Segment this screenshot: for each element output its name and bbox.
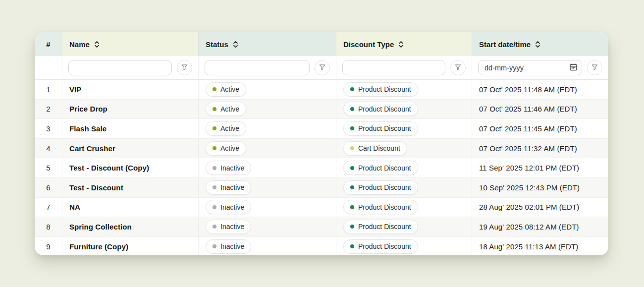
table-header-row: # Name Status Discount Type Start date/t… — [35, 32, 608, 56]
discount-type-badge: Product Discount — [343, 121, 418, 136]
column-header-label: Name — [69, 40, 90, 49]
discount-type-badge: Product Discount — [343, 200, 418, 214]
discount-type-cell: Product Discount — [336, 217, 472, 236]
row-index: 2 — [35, 100, 62, 119]
discount-type-label: Product Discount — [358, 164, 411, 172]
filter-cell-name — [62, 56, 198, 79]
discount-type-cell: Cart Discount — [336, 139, 472, 158]
start-datetime: 07 Oct' 2025 11:46 AM (EDT) — [472, 100, 608, 119]
discount-type-label: Cart Discount — [358, 144, 400, 152]
status-dot-icon — [213, 87, 216, 91]
start-datetime: 07 Oct' 2025 11:48 AM (EDT) — [472, 80, 608, 99]
funnel-icon — [454, 63, 462, 72]
discount-type-badge: Product Discount — [343, 102, 418, 116]
discount-dot-icon — [350, 146, 354, 150]
discount-dot-icon — [350, 205, 354, 209]
table-row[interactable]: 8 Spring Collection Inactive Product Dis… — [35, 217, 608, 236]
status-dot-icon — [213, 185, 216, 189]
status-cell: Inactive — [198, 178, 336, 197]
name-filter-funnel-button[interactable] — [177, 60, 192, 75]
discount-name: NA — [62, 198, 198, 217]
status-badge: Active — [206, 82, 246, 97]
date-filter-funnel-button[interactable] — [587, 60, 602, 75]
discount-type-label: Product Discount — [358, 105, 411, 113]
date-filter-input[interactable] — [483, 63, 566, 72]
discounts-table-card: # Name Status Discount Type Start date/t… — [35, 32, 608, 255]
table-row[interactable]: 1 VIP Active Product Discount 07 Oct' 20… — [35, 80, 608, 99]
status-filter-funnel-button[interactable] — [315, 60, 330, 75]
sort-icon — [233, 41, 238, 48]
table-row[interactable]: 4 Cart Crusher Active Cart Discount 07 O… — [35, 138, 608, 158]
filter-cell-index — [35, 56, 62, 79]
row-index: 7 — [35, 198, 62, 217]
status-label: Inactive — [220, 242, 244, 250]
column-header-name[interactable]: Name — [62, 32, 198, 56]
column-header-status[interactable]: Status — [198, 32, 336, 56]
status-badge: Active — [206, 141, 246, 156]
discount-name: Furniture (Copy) — [62, 237, 198, 255]
sort-icon — [94, 41, 100, 48]
status-dot-icon — [213, 225, 216, 229]
table-row[interactable]: 5 Test - Discount (Copy) Inactive Produc… — [35, 158, 608, 177]
discount-name: Test - Discount — [62, 178, 198, 197]
page: { "page": { "background_color": "#ECEEE1… — [0, 0, 644, 287]
discount-dot-icon — [350, 225, 354, 229]
status-filter-input[interactable] — [205, 60, 310, 75]
row-index: 4 — [35, 139, 62, 158]
start-datetime: 18 Aug' 2025 11:13 AM (EDT) — [472, 237, 608, 255]
column-header-discount-type[interactable]: Discount Type — [336, 32, 472, 56]
column-header-start-datetime[interactable]: Start date/time — [472, 32, 608, 56]
status-cell: Inactive — [198, 237, 336, 255]
discount-type-label: Product Discount — [358, 183, 411, 191]
funnel-icon — [591, 63, 598, 72]
column-header-label: Status — [206, 40, 228, 49]
discount-type-badge: Cart Discount — [343, 141, 407, 156]
table-row[interactable]: 9 Furniture (Copy) Inactive Product Disc… — [35, 236, 608, 255]
filter-cell-start-datetime — [472, 56, 608, 79]
status-dot-icon — [213, 107, 216, 111]
discount-type-cell: Product Discount — [336, 237, 472, 255]
discount-name: Test - Discount (Copy) — [62, 158, 198, 177]
status-label: Active — [220, 85, 239, 93]
discount-type-label: Product Discount — [358, 203, 411, 211]
start-datetime: 07 Oct' 2025 11:45 AM (EDT) — [472, 119, 608, 138]
status-badge: Inactive — [206, 239, 251, 254]
status-badge: Inactive — [206, 180, 251, 195]
status-badge: Active — [206, 102, 246, 116]
column-header-label: Start date/time — [479, 40, 531, 49]
status-cell: Active — [198, 100, 336, 119]
name-filter-input[interactable] — [68, 60, 172, 75]
status-dot-icon — [213, 244, 216, 248]
discount-type-filter-input[interactable] — [342, 60, 445, 75]
status-label: Inactive — [220, 183, 244, 191]
discount-type-cell: Product Discount — [336, 100, 472, 119]
discount-type-badge: Product Discount — [343, 239, 418, 254]
status-label: Active — [220, 144, 239, 152]
column-header-label: Discount Type — [343, 40, 394, 49]
calendar-icon — [569, 63, 578, 73]
discount-type-cell: Product Discount — [336, 158, 472, 177]
table-row[interactable]: 6 Test - Discount Inactive Product Disco… — [35, 177, 608, 197]
status-badge: Inactive — [206, 161, 251, 175]
discount-type-label: Product Discount — [358, 124, 411, 132]
start-datetime: 19 Aug' 2025 08:12 AM (EDT) — [472, 217, 608, 236]
discount-name: Cart Crusher — [62, 139, 198, 158]
table-row[interactable]: 3 Flash Sale Active Product Discount 07 … — [35, 118, 608, 138]
table-row[interactable]: 7 NA Inactive Product Discount 28 Aug' 2… — [35, 197, 608, 217]
discount-dot-icon — [350, 185, 354, 189]
table-row[interactable]: 2 Price Drop Active Product Discount 07 … — [35, 99, 608, 119]
column-header-index: # — [35, 32, 62, 56]
status-label: Active — [220, 124, 239, 132]
calendar-button[interactable] — [569, 63, 578, 73]
status-label: Active — [220, 105, 239, 113]
discount-dot-icon — [350, 107, 354, 111]
discount-type-filter-funnel-button[interactable] — [450, 60, 466, 75]
status-label: Inactive — [220, 203, 244, 211]
status-badge: Inactive — [206, 200, 251, 214]
discount-type-label: Product Discount — [358, 223, 411, 230]
discount-dot-icon — [350, 126, 354, 130]
sort-icon — [398, 41, 404, 48]
status-badge: Active — [206, 121, 246, 136]
row-index: 9 — [35, 237, 62, 255]
status-cell: Inactive — [198, 158, 336, 177]
